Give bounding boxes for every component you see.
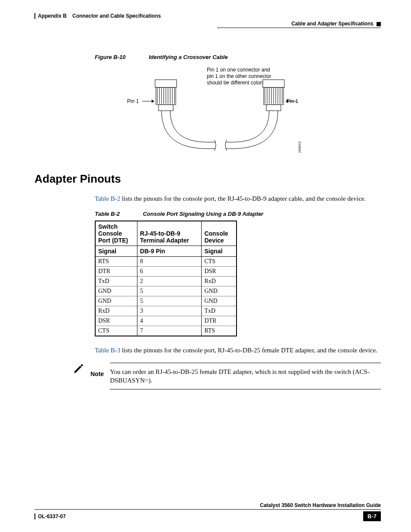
footer-docnum: OL-6337-07	[34, 513, 66, 520]
header-divider	[217, 28, 381, 28]
table-row: RxD3TxD	[95, 306, 237, 316]
table-row: GND5GND	[95, 286, 237, 296]
note-block: Note You can order an RJ-45-to-DB-25 fem…	[73, 363, 381, 390]
table-row: DTR6DSR	[95, 267, 237, 277]
second-paragraph: Table B-3 lists the pinouts for the cons…	[95, 346, 381, 355]
note-label: Note	[90, 370, 104, 377]
col1-subheader: Signal	[95, 246, 137, 257]
figure-title: Identifying a Crossover Cable	[149, 54, 228, 60]
table-row: CTS7RTS	[95, 326, 237, 336]
svg-rect-14	[266, 105, 281, 111]
pinout-table: Switch Console Port (DTE) RJ-45-to-DB-9 …	[95, 221, 237, 336]
svg-rect-12	[263, 80, 284, 87]
col3-subheader: Signal	[202, 246, 237, 257]
header-left: Appendix B Connector and Cable Specifica…	[34, 13, 161, 19]
table-title: Console Port Signaling Using a DB-9 Adap…	[143, 211, 264, 217]
table-row: TxD2RxD	[95, 277, 237, 286]
table-caption: Table B-2 Console Port Signaling Using a…	[95, 211, 381, 217]
table-b3-link[interactable]: Table B-3	[95, 347, 120, 354]
svg-marker-27	[286, 100, 288, 103]
table-b2-link[interactable]: Table B-2	[95, 195, 120, 202]
figure-caption: Figure B-10 Identifying a Crossover Cabl…	[95, 54, 381, 60]
crossover-cable-illustration: 200915	[121, 67, 345, 162]
col2-header: RJ-45-to-DB-9 Terminal Adapter	[137, 221, 202, 246]
header-right: Cable and Adapter Specifications	[217, 21, 381, 27]
col2-subheader: DB-9 Pin	[137, 246, 202, 257]
footer-pagenum: B-7	[363, 511, 381, 521]
footer-guide-title: Catalyst 3560 Switch Hardware Installati…	[34, 502, 381, 510]
appendix-label: Appendix B	[38, 13, 67, 19]
svg-rect-2	[159, 105, 173, 111]
section-heading: Adapter Pinouts	[34, 172, 381, 186]
col1-header: Switch Console Port (DTE)	[95, 221, 137, 246]
note-pencil-icon	[73, 363, 84, 376]
section-breadcrumb: Cable and Adapter Specifications	[291, 21, 373, 27]
table-row: GND5GND	[95, 296, 237, 306]
figure-diagram: Pin 1 on one connector and pin 1 on the …	[95, 67, 381, 162]
col3-header: Console Device	[202, 221, 237, 246]
page-header: Appendix B Connector and Cable Specifica…	[34, 13, 381, 28]
svg-marker-25	[152, 100, 154, 103]
svg-text:200915: 200915	[298, 141, 302, 153]
note-text: You can order an RJ-45-to-DB-25 female D…	[110, 363, 381, 390]
intro-paragraph: Table B-2 lists the pinouts for the cons…	[95, 194, 381, 203]
page-footer: Catalyst 3560 Switch Hardware Installati…	[34, 502, 381, 521]
header-marker-icon	[377, 22, 381, 26]
table-row: DSR4DTR	[95, 316, 237, 326]
appendix-title: Connector and Cable Specifications	[72, 13, 161, 19]
table-row: RTS8CTS	[95, 257, 237, 267]
svg-rect-0	[155, 80, 177, 87]
table-number: Table B-2	[95, 211, 120, 217]
figure-number: Figure B-10	[95, 54, 126, 60]
